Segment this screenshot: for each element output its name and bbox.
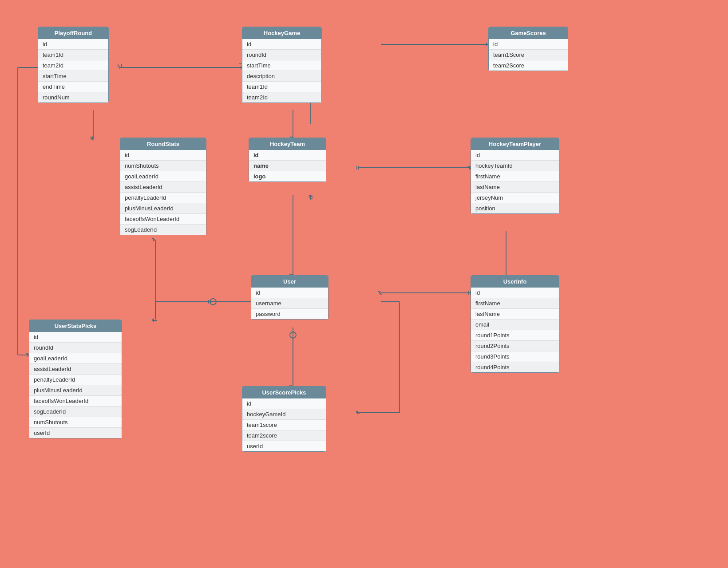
entity-user: User id username password [251, 275, 328, 320]
svg-point-48 [210, 299, 216, 305]
field-hg-team2id: team2Id [242, 92, 321, 103]
field-usp-sogleaderid: sogLeaderId [29, 406, 122, 417]
svg-line-53 [152, 319, 155, 321]
field-ui-round4points: round4Points [471, 362, 559, 372]
field-rs-goalleaderid: goalLeaderId [120, 171, 206, 182]
svg-line-68 [152, 238, 155, 241]
svg-point-55 [290, 332, 296, 338]
field-usp-plusminusleaderid: plusMinusLeaderId [29, 385, 122, 396]
field-usp-faceoffswonleaderid: faceoffsWonLeaderId [29, 396, 122, 406]
field-ui-round3points: round3Points [471, 351, 559, 362]
field-usp-assistleaderid: assistLeaderId [29, 364, 122, 375]
field-usp-userid: userId [29, 428, 122, 438]
field-rs-assistleaderid: assistLeaderId [120, 182, 206, 193]
field-hg-description: description [242, 71, 321, 82]
field-usp-goalleaderid: goalLeaderId [29, 353, 122, 364]
svg-line-72 [311, 195, 313, 197]
svg-line-27 [91, 138, 94, 140]
field-hg-starttime: startTime [242, 60, 321, 71]
field-ht-id: id [249, 150, 326, 161]
field-rs-plusminusleaderid: plusMinusLeaderId [120, 203, 206, 214]
field-rs-numshutouts: numShutouts [120, 161, 206, 171]
field-hg-team1id: team1Id [242, 82, 321, 92]
entity-header-user-info: UserInfo [471, 276, 559, 288]
field-htp-jerseynum: jerseyNum [471, 193, 559, 203]
field-u-password: password [251, 309, 328, 319]
field-usp-penaltyleaderid: penaltyLeaderId [29, 375, 122, 385]
entity-hockey-team-player: HockeyTeamPlayer id hockeyTeamId firstNa… [471, 138, 559, 214]
field-pr-id: id [38, 39, 108, 50]
field-pr-endtime: endTime [38, 82, 108, 92]
field-htp-lastname: lastName [471, 182, 559, 193]
field-gs-team1score: team1Score [489, 50, 568, 60]
field-ui-round1points: round1Points [471, 330, 559, 341]
field-htp-firstname: firstName [471, 171, 559, 182]
entity-game-scores: GameScores id team1Score team2Score [488, 27, 568, 71]
svg-line-28 [91, 137, 92, 138]
field-rs-id: id [120, 150, 206, 161]
field-uscr-team2score: team2score [242, 430, 326, 441]
field-rs-faceoffswonleaderid: faceoffsWonLeaderId [120, 214, 206, 225]
entity-header-hockey-team-player: HockeyTeamPlayer [471, 138, 559, 150]
field-pr-team2id: team2Id [38, 60, 108, 71]
entity-user-info: UserInfo id firstName lastName email rou… [471, 275, 559, 373]
field-hg-roundid: roundId [242, 50, 321, 60]
entity-header-playoff-round: PlayoffRound [38, 27, 108, 39]
entity-header-hockey-team: HockeyTeam [249, 138, 326, 150]
field-gs-id: id [489, 39, 568, 50]
entity-header-game-scores: GameScores [489, 27, 568, 39]
field-pr-roundnum: roundNum [38, 92, 108, 103]
field-htp-position: position [471, 203, 559, 213]
field-ui-round2points: round2Points [471, 341, 559, 351]
entity-header-user: User [251, 276, 328, 288]
entity-hockey-game: HockeyGame id roundId startTime descript… [242, 27, 322, 103]
field-ui-firstname: firstName [471, 298, 559, 309]
field-usp-roundid: roundId [29, 343, 122, 353]
field-usp-numshutouts: numShutouts [29, 417, 122, 428]
entity-user-stats-picks: UserStatsPicks id roundId goalLeaderId a… [29, 320, 122, 438]
connections-svg [0, 0, 728, 568]
entity-header-hockey-game: HockeyGame [242, 27, 321, 39]
field-uscr-userid: userId [242, 441, 326, 451]
entity-hockey-team: HockeyTeam id name logo [249, 138, 326, 182]
entity-playoff-round: PlayoffRound id team1Id team2Id startTim… [38, 27, 109, 103]
diagram-container: PlayoffRound id team1Id team2Id startTim… [0, 0, 728, 568]
field-rs-sogleaderid: sogLeaderId [120, 225, 206, 235]
svg-line-70 [309, 197, 313, 199]
entity-round-stats: RoundStats id numShutouts goalLeaderId a… [120, 138, 206, 235]
field-rs-penaltyleaderid: penaltyLeaderId [120, 193, 206, 203]
field-pr-starttime: startTime [38, 71, 108, 82]
svg-line-62 [356, 411, 360, 414]
field-ui-email: email [471, 320, 559, 330]
field-htp-id: id [471, 150, 559, 161]
field-gs-team2score: team2Score [489, 60, 568, 71]
entity-header-user-stats-picks: UserStatsPicks [29, 320, 122, 332]
field-ht-logo: logo [249, 171, 326, 181]
field-uscr-hockeygameid: hockeyGameId [242, 409, 326, 420]
field-u-id: id [251, 288, 328, 298]
field-u-username: username [251, 298, 328, 309]
entity-header-user-score-picks: UserScorePicks [242, 387, 326, 398]
field-htp-hockeyteamid: hockeyTeamId [471, 161, 559, 171]
field-usp-id: id [29, 332, 122, 343]
entity-header-round-stats: RoundStats [120, 138, 206, 150]
field-ui-id: id [471, 288, 559, 298]
field-hg-id: id [242, 39, 321, 50]
entity-user-score-picks: UserScorePicks id hockeyGameId team1scor… [242, 386, 326, 452]
field-ht-name: name [249, 161, 326, 171]
field-uscr-team1score: team1score [242, 420, 326, 430]
field-ui-lastname: lastName [471, 309, 559, 320]
svg-line-71 [309, 195, 311, 197]
svg-line-44 [378, 291, 382, 295]
svg-line-29 [92, 137, 94, 138]
field-pr-team1id: team1Id [38, 50, 108, 60]
field-uscr-id: id [242, 398, 326, 409]
